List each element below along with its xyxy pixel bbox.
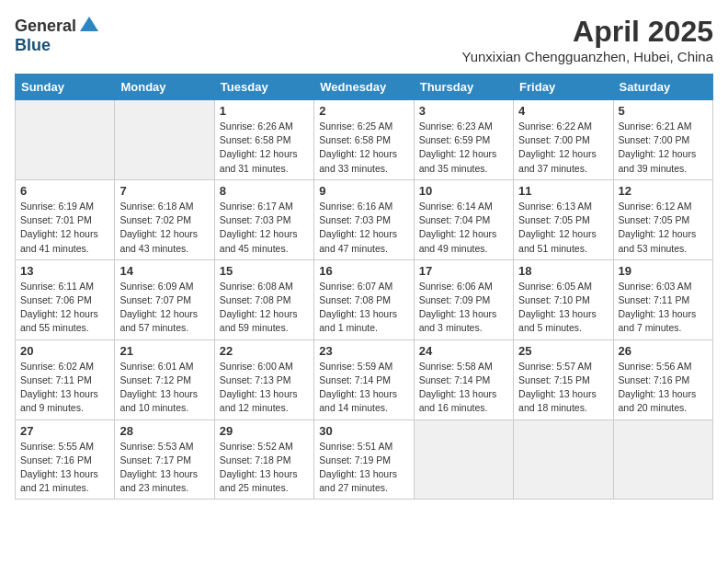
day-info: Sunrise: 6:02 AM Sunset: 7:11 PM Dayligh…: [20, 360, 109, 416]
col-header-sunday: Sunday: [16, 75, 115, 100]
day-cell: 15Sunrise: 6:08 AM Sunset: 7:08 PM Dayli…: [214, 259, 313, 339]
col-header-tuesday: Tuesday: [214, 75, 313, 100]
day-info: Sunrise: 6:00 AM Sunset: 7:13 PM Dayligh…: [220, 360, 309, 416]
day-cell: 10Sunrise: 6:14 AM Sunset: 7:04 PM Dayli…: [414, 179, 513, 259]
day-info: Sunrise: 5:59 AM Sunset: 7:14 PM Dayligh…: [319, 360, 408, 416]
day-cell: 16Sunrise: 6:07 AM Sunset: 7:08 PM Dayli…: [314, 259, 414, 339]
day-number: 28: [119, 424, 209, 438]
logo-blue: Blue: [15, 36, 51, 54]
day-info: Sunrise: 6:21 AM Sunset: 7:00 PM Dayligh…: [619, 120, 708, 176]
day-info: Sunrise: 5:56 AM Sunset: 7:16 PM Dayligh…: [619, 360, 708, 416]
calendar-table: SundayMondayTuesdayWednesdayThursdayFrid…: [15, 74, 713, 500]
day-info: Sunrise: 6:05 AM Sunset: 7:10 PM Dayligh…: [518, 280, 608, 336]
day-cell: 6Sunrise: 6:19 AM Sunset: 7:01 PM Daylig…: [16, 179, 115, 259]
day-number: 6: [20, 184, 109, 198]
day-number: 1: [220, 104, 309, 118]
day-cell: 5Sunrise: 6:21 AM Sunset: 7:00 PM Daylig…: [613, 100, 712, 180]
day-cell: 17Sunrise: 6:06 AM Sunset: 7:09 PM Dayli…: [414, 259, 513, 339]
day-info: Sunrise: 6:03 AM Sunset: 7:11 PM Dayligh…: [619, 280, 708, 336]
day-info: Sunrise: 6:23 AM Sunset: 6:59 PM Dayligh…: [419, 120, 508, 176]
day-number: 11: [518, 184, 608, 198]
day-cell: 22Sunrise: 6:00 AM Sunset: 7:13 PM Dayli…: [214, 339, 313, 419]
day-number: 14: [119, 264, 209, 278]
calendar-title: April 2025: [461, 15, 713, 49]
day-info: Sunrise: 6:17 AM Sunset: 7:03 PM Dayligh…: [220, 200, 309, 256]
day-number: 7: [119, 184, 209, 198]
day-number: 23: [319, 344, 408, 358]
day-number: 17: [419, 264, 508, 278]
title-block: April 2025 Yunxixian Chengguanzhen, Hube…: [461, 15, 713, 64]
day-cell: 8Sunrise: 6:17 AM Sunset: 7:03 PM Daylig…: [214, 179, 313, 259]
day-cell: 3Sunrise: 6:23 AM Sunset: 6:59 PM Daylig…: [414, 100, 513, 180]
day-cell: 11Sunrise: 6:13 AM Sunset: 7:05 PM Dayli…: [514, 179, 613, 259]
day-cell: [115, 100, 214, 180]
day-number: 25: [518, 344, 608, 358]
svg-marker-0: [80, 17, 98, 31]
day-info: Sunrise: 5:55 AM Sunset: 7:16 PM Dayligh…: [20, 440, 109, 496]
col-header-saturday: Saturday: [613, 75, 712, 100]
day-info: Sunrise: 6:26 AM Sunset: 6:58 PM Dayligh…: [220, 120, 309, 176]
day-cell: 26Sunrise: 5:56 AM Sunset: 7:16 PM Dayli…: [613, 339, 712, 419]
day-info: Sunrise: 5:51 AM Sunset: 7:19 PM Dayligh…: [319, 440, 408, 496]
day-number: 24: [419, 344, 508, 358]
day-cell: 19Sunrise: 6:03 AM Sunset: 7:11 PM Dayli…: [613, 259, 712, 339]
day-number: 16: [319, 264, 408, 278]
day-info: Sunrise: 6:16 AM Sunset: 7:03 PM Dayligh…: [319, 200, 408, 256]
day-info: Sunrise: 6:14 AM Sunset: 7:04 PM Dayligh…: [419, 200, 508, 256]
week-row-3: 13Sunrise: 6:11 AM Sunset: 7:06 PM Dayli…: [16, 259, 713, 339]
col-header-friday: Friday: [514, 75, 613, 100]
day-cell: 28Sunrise: 5:53 AM Sunset: 7:17 PM Dayli…: [115, 419, 214, 500]
day-cell: 27Sunrise: 5:55 AM Sunset: 7:16 PM Dayli…: [16, 419, 115, 500]
day-number: 13: [20, 264, 109, 278]
header-row: SundayMondayTuesdayWednesdayThursdayFrid…: [16, 75, 713, 100]
day-number: 3: [419, 104, 508, 118]
calendar-subtitle: Yunxixian Chengguanzhen, Hubei, China: [461, 49, 713, 64]
day-info: Sunrise: 6:13 AM Sunset: 7:05 PM Dayligh…: [518, 200, 608, 256]
day-number: 19: [619, 264, 708, 278]
header: General Blue April 2025 Yunxixian Chengg…: [15, 15, 713, 64]
day-number: 30: [319, 424, 408, 438]
week-row-1: 1Sunrise: 6:26 AM Sunset: 6:58 PM Daylig…: [16, 100, 713, 180]
day-info: Sunrise: 6:07 AM Sunset: 7:08 PM Dayligh…: [319, 280, 408, 336]
day-cell: 4Sunrise: 6:22 AM Sunset: 7:00 PM Daylig…: [514, 100, 613, 180]
day-info: Sunrise: 5:52 AM Sunset: 7:18 PM Dayligh…: [220, 440, 309, 496]
day-info: Sunrise: 6:18 AM Sunset: 7:02 PM Dayligh…: [119, 200, 209, 256]
logo-icon: [78, 15, 100, 37]
day-number: 8: [220, 184, 309, 198]
day-info: Sunrise: 6:01 AM Sunset: 7:12 PM Dayligh…: [119, 360, 209, 416]
day-number: 27: [20, 424, 109, 438]
day-info: Sunrise: 6:11 AM Sunset: 7:06 PM Dayligh…: [20, 280, 109, 336]
day-info: Sunrise: 6:06 AM Sunset: 7:09 PM Dayligh…: [419, 280, 508, 336]
day-cell: 2Sunrise: 6:25 AM Sunset: 6:58 PM Daylig…: [314, 100, 414, 180]
day-cell: 18Sunrise: 6:05 AM Sunset: 7:10 PM Dayli…: [514, 259, 613, 339]
day-number: 4: [518, 104, 608, 118]
day-cell: [613, 419, 712, 500]
week-row-4: 20Sunrise: 6:02 AM Sunset: 7:11 PM Dayli…: [16, 339, 713, 419]
day-number: 5: [619, 104, 708, 118]
day-number: 15: [220, 264, 309, 278]
day-cell: 9Sunrise: 6:16 AM Sunset: 7:03 PM Daylig…: [314, 179, 414, 259]
day-cell: 13Sunrise: 6:11 AM Sunset: 7:06 PM Dayli…: [16, 259, 115, 339]
day-cell: 12Sunrise: 6:12 AM Sunset: 7:05 PM Dayli…: [613, 179, 712, 259]
day-cell: 7Sunrise: 6:18 AM Sunset: 7:02 PM Daylig…: [115, 179, 214, 259]
day-info: Sunrise: 6:22 AM Sunset: 7:00 PM Dayligh…: [518, 120, 608, 176]
logo-general: General: [15, 17, 76, 34]
day-number: 12: [619, 184, 708, 198]
day-number: 26: [619, 344, 708, 358]
day-info: Sunrise: 5:53 AM Sunset: 7:17 PM Dayligh…: [119, 440, 209, 496]
day-info: Sunrise: 6:09 AM Sunset: 7:07 PM Dayligh…: [119, 280, 209, 336]
day-cell: 30Sunrise: 5:51 AM Sunset: 7:19 PM Dayli…: [314, 419, 414, 500]
logo: General Blue: [15, 15, 100, 54]
day-info: Sunrise: 5:57 AM Sunset: 7:15 PM Dayligh…: [518, 360, 608, 416]
day-number: 29: [220, 424, 309, 438]
day-number: 10: [419, 184, 508, 198]
week-row-5: 27Sunrise: 5:55 AM Sunset: 7:16 PM Dayli…: [16, 419, 713, 500]
day-cell: 24Sunrise: 5:58 AM Sunset: 7:14 PM Dayli…: [414, 339, 513, 419]
day-number: 2: [319, 104, 408, 118]
day-info: Sunrise: 6:19 AM Sunset: 7:01 PM Dayligh…: [20, 200, 109, 256]
day-cell: [16, 100, 115, 180]
day-cell: 25Sunrise: 5:57 AM Sunset: 7:15 PM Dayli…: [514, 339, 613, 419]
day-number: 20: [20, 344, 109, 358]
day-info: Sunrise: 6:12 AM Sunset: 7:05 PM Dayligh…: [619, 200, 708, 256]
day-cell: 21Sunrise: 6:01 AM Sunset: 7:12 PM Dayli…: [115, 339, 214, 419]
